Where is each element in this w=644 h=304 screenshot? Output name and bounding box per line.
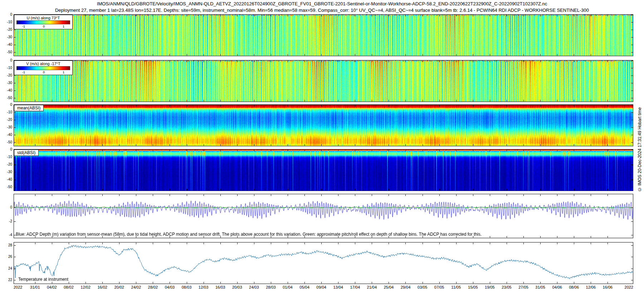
x-tick-label: 25/04 — [380, 285, 397, 289]
x-tick-label: 08/03 — [178, 285, 195, 289]
std-absi-label: std(ABSI) — [14, 149, 39, 156]
colorbar-tick-label: 0 — [43, 25, 45, 28]
panel-depth-variation: Blue: ADCP Depth (m) variation from sens… — [14, 194, 633, 238]
depth-variation-note: Blue: ADCP Depth (m) variation from sens… — [16, 232, 482, 237]
x-tick-label: 31/05 — [532, 285, 549, 289]
x-tick-label: 12/02 — [77, 285, 94, 289]
figure-subtitle-deployment-info: Deployment 27, member 1 lat=23.48S lon=1… — [0, 8, 644, 13]
x-axis-end-year: 2022 — [613, 285, 633, 289]
v-velocity-legend-title: V (m/s) along -17°T — [16, 62, 70, 66]
mean-absi-heatmap-canvas — [14, 105, 633, 146]
x-tick-label: 03/05 — [414, 285, 431, 289]
x-tick-label: 09/04 — [313, 285, 330, 289]
y-tick-label: 24 — [0, 266, 12, 271]
colorbar-tick-label: 1 — [63, 25, 64, 28]
y-tick-label: -40 — [0, 177, 12, 182]
x-tick-label: 20/02 — [111, 285, 128, 289]
y-tick-label: 0 — [0, 147, 12, 152]
x-tick-label: 15/05 — [464, 285, 482, 289]
x-tick-label: 21/04 — [363, 285, 380, 289]
y-tick-label: -50 — [0, 96, 12, 100]
y-tick-label: -40 — [0, 133, 12, 137]
colorbar-tick-label: -1 — [22, 25, 25, 28]
x-tick-label: 29/04 — [397, 285, 414, 289]
y-tick-label: 0 — [0, 205, 12, 210]
v-velocity-colorbar — [16, 66, 70, 70]
x-tick-label: 27/05 — [515, 285, 532, 289]
y-tick-label: -20 — [0, 118, 12, 122]
x-tick-label: 31/01 — [26, 285, 44, 289]
x-tick-label: 24/02 — [127, 285, 145, 289]
panel-u-velocity-heatmap: U (m/s) along 73°T -1 0 1 — [14, 14, 633, 56]
v-velocity-heatmap-canvas — [14, 60, 633, 102]
y-tick-label: -10 — [0, 20, 12, 24]
u-velocity-colorbar — [16, 20, 70, 24]
y-tick-label: -20 — [0, 162, 12, 167]
x-tick-label: 28/02 — [144, 285, 161, 289]
x-tick-label: 05/04 — [296, 285, 313, 289]
y-tick-label: -30 — [0, 35, 12, 39]
y-tick-label: -40 — [0, 43, 12, 47]
panel-temperature: Temperature at instrument — [14, 242, 633, 284]
u-velocity-colorbar-ticks: -1 0 1 — [16, 25, 70, 28]
y-tick-label: 22 — [0, 278, 12, 282]
y-tick-label: -30 — [0, 81, 12, 85]
y-tick-label: -40 — [0, 88, 12, 93]
y-tick-label: 26 — [0, 255, 12, 259]
x-tick-label: 08/06 — [565, 285, 582, 289]
v-velocity-legend: V (m/s) along -17°T -1 0 1 — [14, 60, 73, 75]
x-tick-label: 24/03 — [245, 285, 263, 289]
u-velocity-legend-title: U (m/s) along 73°T — [16, 16, 70, 20]
x-tick-label: 07/05 — [431, 285, 448, 289]
x-tick-label: 11/05 — [448, 285, 465, 289]
depth-variation-line-canvas — [14, 194, 633, 238]
x-tick-label: 12/06 — [582, 285, 599, 289]
colorbar-tick-label: 0 — [43, 70, 45, 74]
y-tick-label: -20 — [0, 73, 12, 78]
x-tick-label: 17/04 — [346, 285, 364, 289]
y-tick-label: 0 — [0, 13, 12, 17]
y-tick-label: -20 — [0, 28, 12, 32]
panel-std-absi-heatmap: std(ABSI) — [14, 149, 633, 191]
y-tick-label: -50 — [0, 50, 12, 54]
x-tick-label: 01/04 — [279, 285, 296, 289]
y-tick-label: 0 — [0, 58, 12, 63]
x-tick-label: 04/02 — [43, 285, 60, 289]
panel-v-velocity-heatmap: V (m/s) along -17°T -1 0 1 — [14, 60, 633, 102]
adcp-qc-figure: IMOS/ANMN/QLD/GBROTE/Velocity/IMOS_ANMN-… — [0, 0, 644, 304]
y-tick-label: -10 — [0, 110, 12, 114]
x-tick-label: 19/05 — [481, 285, 498, 289]
x-tick-label: 13/04 — [330, 285, 347, 289]
y-tick-label: -50 — [0, 185, 12, 189]
x-tick-label: 12/03 — [195, 285, 212, 289]
mean-absi-label: mean(ABSI) — [14, 105, 44, 111]
colorbar-tick-label: 1 — [63, 70, 64, 74]
x-tick-label: 16/03 — [212, 285, 229, 289]
x-tick-label: 20/03 — [229, 285, 246, 289]
x-tick-label: 04/06 — [548, 285, 566, 289]
copyright-watermark: © IMOS 20-Dec-2024 17:31:49 Hobart time — [637, 107, 642, 192]
figure-title-filename: IMOS/ANMN/QLD/GBROTE/Velocity/IMOS_ANMN-… — [0, 1, 644, 6]
x-tick-label: 04/03 — [161, 285, 178, 289]
panel-mean-absi-heatmap: mean(ABSI) — [14, 104, 633, 146]
temperature-label: Temperature at instrument — [18, 277, 68, 282]
y-tick-label: -4 — [0, 233, 12, 237]
temperature-line-canvas — [14, 242, 633, 284]
std-absi-heatmap-canvas — [14, 149, 633, 191]
x-tick-label: 28/03 — [262, 285, 279, 289]
y-tick-label: -2 — [0, 219, 12, 224]
y-tick-label: 28 — [0, 243, 12, 247]
v-velocity-colorbar-ticks: -1 0 1 — [16, 70, 70, 74]
y-tick-label: 0 — [0, 103, 12, 107]
y-tick-label: -30 — [0, 170, 12, 174]
x-tick-label: 16/02 — [94, 285, 111, 289]
x-tick-label: 23/05 — [498, 285, 515, 289]
u-velocity-heatmap-canvas — [14, 15, 633, 56]
y-tick-label: -50 — [0, 140, 12, 144]
x-tick-label: 08/02 — [60, 285, 77, 289]
y-tick-label: -10 — [0, 155, 12, 159]
x-axis-start-year: 2022 — [14, 285, 22, 289]
colorbar-tick-label: -1 — [22, 70, 25, 74]
u-velocity-legend: U (m/s) along 73°T -1 0 1 — [14, 15, 73, 29]
y-tick-label: -30 — [0, 125, 12, 129]
